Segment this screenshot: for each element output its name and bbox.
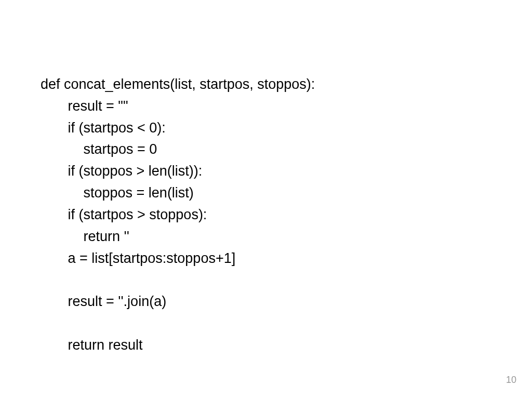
page-number: 10 xyxy=(506,375,516,385)
code-line-8: return '' xyxy=(41,229,129,244)
code-line-9: a = list[startpos:stoppos+1] xyxy=(41,250,235,266)
code-line-13: return result xyxy=(41,337,143,353)
code-line-6: stoppos = len(list) xyxy=(41,185,194,201)
code-line-11: result = ''.join(a) xyxy=(41,294,166,309)
code-line-7: if (startpos > stoppos): xyxy=(41,207,207,222)
code-line-1: def concat_elements(list, startpos, stop… xyxy=(41,76,315,92)
code-line-2: result = "" xyxy=(41,98,128,114)
code-line-3: if (startpos < 0): xyxy=(41,120,166,136)
code-line-4: startpos = 0 xyxy=(41,141,157,157)
code-block: def concat_elements(list, startpos, stop… xyxy=(41,52,315,356)
code-line-5: if (stoppos > len(list)): xyxy=(41,163,202,179)
